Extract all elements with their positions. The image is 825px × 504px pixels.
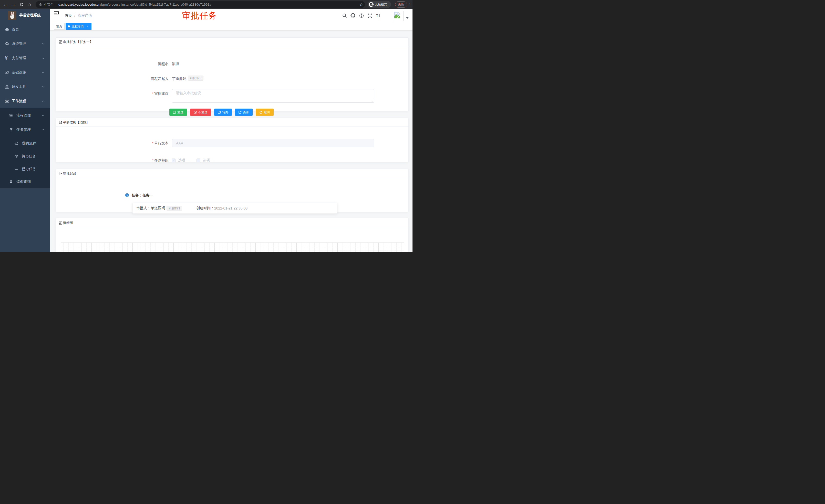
- tag-home[interactable]: 首页: [54, 23, 65, 30]
- url-divider: [56, 3, 56, 6]
- checkbox-label[interactable]: 选项二: [203, 158, 213, 163]
- sidebar-item-label: 研发工具: [12, 80, 26, 94]
- menu-dots-icon[interactable]: ⋮: [408, 0, 412, 9]
- picture-icon: [59, 172, 62, 175]
- checkbox-group-label: *多选框组: [56, 158, 169, 163]
- incognito-icon: [369, 2, 374, 7]
- url-bar[interactable]: 不安全 dashboard.yudao.iocoder.cn/bpm/proce…: [35, 1, 365, 8]
- reload-icon[interactable]: [18, 0, 25, 9]
- back-icon[interactable]: ←: [2, 0, 9, 9]
- close-icon[interactable]: ×: [86, 24, 89, 28]
- sidebar-item-todo-tasks[interactable]: 待办任务: [0, 150, 50, 163]
- star-icon[interactable]: ☆: [358, 0, 365, 9]
- sidebar-item-system[interactable]: 系统管理: [0, 36, 50, 51]
- briefcase-icon: [5, 99, 9, 103]
- timeline-task-title: 任务：任务一: [132, 193, 153, 198]
- checkbox-unchecked[interactable]: [197, 159, 200, 162]
- picture-icon: [59, 222, 62, 225]
- dept-tag: 研发部门: [166, 205, 182, 211]
- incognito-label: 无痕模式: [375, 2, 387, 7]
- breadcrumb-home[interactable]: 首页: [65, 13, 72, 18]
- tag-label: 首页: [56, 24, 62, 29]
- suggestion-label: *审批建议: [56, 91, 169, 96]
- chevron-down-icon: [42, 43, 45, 45]
- required-marker: *: [152, 158, 153, 162]
- card-header: 审批任务【任务一】: [56, 37, 408, 47]
- tag-process-detail[interactable]: 流程详情 ×: [66, 23, 91, 30]
- hamburger-icon[interactable]: [54, 11, 60, 16]
- picture-icon: [59, 40, 62, 44]
- home-icon[interactable]: ⌂: [26, 0, 33, 9]
- reject-button[interactable]: 不通过: [190, 108, 211, 116]
- card-title: 申请信息【滔博】: [63, 120, 89, 125]
- breadcrumb-current: 流程详情: [78, 13, 92, 18]
- return-button[interactable]: 退回: [256, 108, 274, 116]
- sidebar-item-devtools[interactable]: 研发工具: [0, 80, 50, 94]
- fullscreen-icon[interactable]: [366, 9, 374, 22]
- approval-record-card: 审批记录 任务：任务一 审批人： 芋道源码 研发部门 创建时间： 2022-01…: [56, 169, 409, 212]
- sidebar-item-label: 系统管理: [12, 36, 26, 51]
- sidebar-item-label: 工作流程: [12, 94, 26, 108]
- sidebar-item-label: 我的流程: [22, 137, 36, 150]
- annotation-title: 审批任务: [182, 10, 217, 21]
- chevron-up-icon: [42, 100, 45, 102]
- resize-grip-icon[interactable]: [372, 100, 374, 102]
- checkbox-group: 选项一 选项二: [172, 158, 213, 163]
- sidebar-item-my-process[interactable]: 我的流程: [0, 137, 50, 150]
- sidebar-item-task-mgmt[interactable]: 任务管理: [0, 123, 50, 137]
- initiator-value: 芋道源码: [172, 77, 186, 81]
- face-icon: [14, 141, 18, 146]
- workflow-submenu: 流程管理 任务管理 我的流程 待办任务: [0, 108, 50, 188]
- security-label[interactable]: 不安全: [44, 2, 54, 7]
- dashboard-icon: [5, 27, 9, 32]
- avatar[interactable]: [393, 11, 404, 21]
- approval-task-card: 审批任务【任务一】 流程名 滔博 流程发起人 芋道源码 研发部门 *审批建议 通…: [56, 37, 409, 111]
- branch-icon: [9, 128, 13, 132]
- sidebar-item-process-mgmt[interactable]: 流程管理: [0, 108, 50, 123]
- approve-button[interactable]: 通过: [169, 108, 187, 116]
- bpmn-canvas[interactable]: [61, 243, 404, 252]
- chevron-up-icon: [42, 129, 45, 131]
- suggestion-field-wrap: [172, 89, 374, 103]
- tags-view: 首页 流程详情 ×: [50, 22, 412, 31]
- browser-toolbar: ← → ⌂ 不安全 dashboard.yudao.iocoder.cn/bpm…: [0, 0, 412, 9]
- sidebar-item-label: 已办任务: [22, 163, 36, 175]
- sidebar-item-label: 基础设施: [12, 65, 26, 80]
- checkbox-checked[interactable]: [172, 159, 175, 162]
- sidebar-item-done-tasks[interactable]: 已办任务: [0, 163, 50, 175]
- breadcrumb: 首页 / 流程详情: [65, 9, 92, 22]
- sidebar-item-leave-query[interactable]: 请假查询: [0, 175, 50, 188]
- browser-update-button[interactable]: 更新: [395, 1, 407, 8]
- app-logo-row[interactable]: 芋道管理系统: [0, 9, 50, 22]
- sidebar: 芋道管理系统 首页 系统管理 ¥ 支付管理 基础设施: [0, 9, 50, 252]
- chevron-down-icon: [42, 72, 45, 74]
- sidebar-item-label: 请假查询: [16, 175, 31, 188]
- transfer-button[interactable]: 转办: [214, 108, 232, 116]
- card-title: 流程图: [63, 221, 73, 225]
- caret-down-icon[interactable]: [406, 17, 409, 19]
- gear-icon: [5, 42, 9, 46]
- sidebar-item-home[interactable]: 首页: [0, 22, 50, 36]
- card-header: 流程图: [56, 218, 408, 228]
- apply-info-card: 申请信息【滔博】 *单行文本 *多选框组 选项一 选项二: [56, 118, 409, 162]
- sidebar-item-payment[interactable]: ¥ 支付管理: [0, 51, 50, 65]
- search-icon[interactable]: [340, 9, 349, 22]
- checkbox-label[interactable]: 选项一: [178, 158, 189, 163]
- text-field-input[interactable]: [172, 139, 374, 147]
- github-icon[interactable]: [349, 9, 357, 22]
- required-marker: *: [152, 91, 153, 95]
- forward-icon[interactable]: →: [10, 0, 17, 9]
- sidebar-item-label: 流程管理: [16, 108, 31, 123]
- sidebar-item-workflow[interactable]: 工作流程: [0, 94, 50, 108]
- list-icon: [9, 113, 13, 117]
- sidebar-item-infra[interactable]: 基础设施: [0, 65, 50, 80]
- screen: ← → ⌂ 不安全 dashboard.yudao.iocoder.cn/bpm…: [0, 0, 412, 252]
- document-icon: [59, 120, 62, 124]
- dept-tag: 研发部门: [188, 76, 204, 81]
- process-diagram-card: 流程图: [56, 218, 409, 252]
- help-icon[interactable]: [357, 9, 366, 22]
- suggestion-textarea[interactable]: [172, 89, 374, 103]
- font-size-icon[interactable]: TT: [374, 9, 382, 22]
- header-actions: TT: [340, 9, 382, 22]
- delegate-button[interactable]: 委派: [235, 108, 253, 116]
